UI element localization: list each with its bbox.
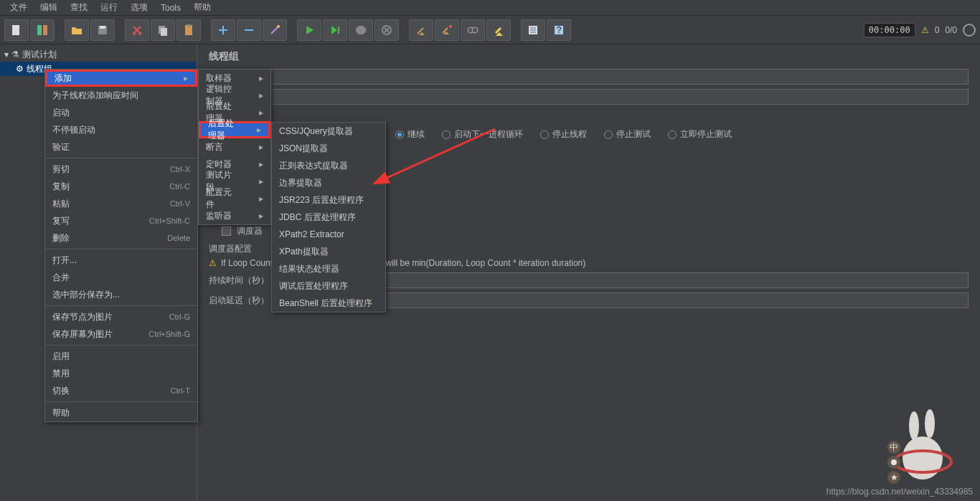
ctx-item[interactable]: 打开... bbox=[45, 252, 197, 269]
broom-all-icon bbox=[440, 24, 453, 37]
question-icon: ? bbox=[552, 24, 565, 37]
file-icon bbox=[10, 24, 23, 37]
submenu2-item[interactable]: JDBC 后置处理程序 bbox=[272, 209, 385, 226]
submenu2-item[interactable]: 正则表达式提取器 bbox=[272, 157, 385, 174]
tree-root[interactable]: ▾ ⚗ 测试计划 bbox=[0, 47, 197, 62]
menu-run[interactable]: 运行 bbox=[95, 0, 123, 15]
ctx-item[interactable]: 剪切Ctrl-X bbox=[45, 161, 197, 178]
radio-stop-test[interactable]: 停止测试 bbox=[604, 128, 651, 140]
start-no-pause-button[interactable] bbox=[323, 19, 347, 41]
ctx-item[interactable]: 启用 bbox=[45, 348, 197, 365]
play-icon bbox=[303, 24, 316, 37]
templates-button[interactable] bbox=[30, 19, 55, 41]
chevron-down-icon: ▾ bbox=[4, 49, 9, 59]
submenu2-item[interactable]: 结果状态处理器 bbox=[272, 260, 385, 277]
clear-all-button[interactable] bbox=[435, 19, 459, 41]
svg-point-24 bbox=[925, 409, 935, 438]
ctx-item[interactable]: 粘贴Ctrl-V bbox=[45, 195, 197, 212]
scheduler-checkbox[interactable] bbox=[222, 226, 231, 236]
svg-rect-8 bbox=[161, 28, 167, 36]
ctx-item[interactable]: 帮助 bbox=[45, 404, 197, 421]
paste-button[interactable] bbox=[176, 19, 201, 41]
radio-stop-thread[interactable]: 停止线程 bbox=[540, 128, 587, 140]
radio-stop-now[interactable]: 立即停止测试 bbox=[668, 128, 732, 140]
search-button[interactable] bbox=[461, 19, 485, 41]
copy-icon bbox=[156, 24, 169, 37]
globe-icon bbox=[963, 24, 976, 37]
menu-tools[interactable]: Tools bbox=[155, 1, 187, 14]
submenu2-item[interactable]: JSON提取器 bbox=[272, 140, 385, 157]
ctx-item[interactable]: 保存屏幕为图片Ctrl+Shift-G bbox=[45, 325, 197, 343]
minus-icon bbox=[242, 24, 255, 37]
submenu2-item[interactable]: 边界提取器 bbox=[272, 174, 385, 191]
toggle-button[interactable] bbox=[263, 19, 287, 41]
submenu-add: 取样器▸逻辑控制器▸前置处理器▸后置处理器▸断言▸定时器▸测试片段▸配置元件▸监… bbox=[198, 69, 271, 225]
warning-icon: ⚠ bbox=[209, 258, 217, 268]
ctx-item[interactable]: 添加▸ bbox=[45, 70, 197, 87]
ctx-item[interactable]: 切换Ctrl-T bbox=[45, 382, 197, 399]
collapse-button[interactable] bbox=[237, 19, 261, 41]
submenu-item[interactable]: 后置处理器▸ bbox=[199, 121, 270, 138]
cut-button[interactable] bbox=[125, 19, 149, 41]
save-icon bbox=[96, 24, 109, 37]
submenu2-item[interactable]: BeanShell 后置处理程序 bbox=[272, 295, 385, 312]
menu-file[interactable]: 文件 bbox=[4, 0, 33, 15]
duration-label: 持续时间（秒） bbox=[209, 275, 269, 287]
submenu2-item[interactable]: XPath2 Extractor bbox=[272, 226, 385, 243]
radio-next-loop[interactable]: 启动下一进程循环 bbox=[442, 128, 523, 140]
svg-text:中: 中 bbox=[890, 442, 898, 452]
ctx-item[interactable]: 为子线程添加响应时间 bbox=[45, 87, 197, 104]
ctx-item[interactable]: 禁用 bbox=[45, 365, 197, 382]
watermark: https://blog.csdn.net/weixin_43334985 bbox=[826, 487, 973, 497]
clear-button[interactable] bbox=[409, 19, 433, 41]
ctx-item[interactable]: 删除Delete bbox=[45, 229, 197, 247]
plus-icon bbox=[217, 24, 230, 37]
ctx-item[interactable]: 复制Ctrl-C bbox=[45, 178, 197, 195]
menu-edit[interactable]: 编辑 bbox=[34, 0, 63, 15]
submenu2-item[interactable]: 调试后置处理程序 bbox=[272, 277, 385, 295]
folder-icon bbox=[70, 24, 83, 37]
submenu2-item[interactable]: JSR223 后置处理程序 bbox=[272, 191, 385, 209]
ctx-item[interactable]: 不停顿启动 bbox=[45, 121, 197, 138]
scissors-icon bbox=[131, 24, 143, 37]
svg-rect-0 bbox=[12, 25, 19, 35]
submenu2-item[interactable]: XPath提取器 bbox=[272, 243, 385, 260]
copy-button[interactable] bbox=[151, 19, 175, 41]
start-button[interactable] bbox=[297, 19, 321, 41]
svg-text:★: ★ bbox=[890, 472, 898, 482]
warning-count: 0 bbox=[935, 25, 940, 35]
binoculars-icon bbox=[466, 24, 479, 37]
stop-button[interactable] bbox=[349, 19, 373, 41]
menu-help[interactable]: 帮助 bbox=[188, 0, 217, 15]
svg-point-17 bbox=[472, 27, 478, 33]
reset-search-button[interactable] bbox=[486, 19, 511, 41]
gear-icon: ⚙ bbox=[16, 64, 24, 74]
shutdown-button[interactable] bbox=[374, 19, 399, 41]
menu-find[interactable]: 查找 bbox=[65, 0, 93, 15]
comment-field[interactable] bbox=[268, 89, 969, 105]
new-button[interactable] bbox=[4, 19, 29, 41]
expand-button[interactable] bbox=[211, 19, 235, 41]
submenu-item[interactable]: 配置元件▸ bbox=[199, 190, 270, 207]
ctx-item[interactable]: 合并 bbox=[45, 269, 197, 286]
ctx-item[interactable]: 验证 bbox=[45, 138, 197, 156]
svg-rect-10 bbox=[187, 24, 191, 27]
help-button[interactable]: ? bbox=[547, 19, 571, 41]
svg-rect-9 bbox=[185, 25, 192, 35]
name-field[interactable] bbox=[250, 69, 969, 85]
svg-rect-1 bbox=[37, 25, 42, 35]
ctx-item[interactable]: 启动 bbox=[45, 104, 197, 121]
function-button[interactable] bbox=[521, 19, 545, 41]
ctx-item[interactable]: 选中部分保存为... bbox=[45, 286, 197, 303]
radio-continue[interactable]: 继续 bbox=[395, 128, 425, 140]
svg-rect-12 bbox=[338, 27, 339, 34]
ctx-item[interactable]: 保存节点为图片Ctrl-G bbox=[45, 308, 197, 325]
open-button[interactable] bbox=[65, 19, 89, 41]
menu-options[interactable]: 选项 bbox=[125, 0, 154, 15]
save-button[interactable] bbox=[90, 19, 115, 41]
ctx-item[interactable]: 复写Ctrl+Shift-C bbox=[45, 212, 197, 229]
submenu-postprocessor: CSS/JQuery提取器JSON提取器正则表达式提取器边界提取器JSR223 … bbox=[271, 122, 386, 312]
svg-point-15 bbox=[449, 25, 452, 28]
submenu2-item[interactable]: CSS/JQuery提取器 bbox=[272, 123, 385, 140]
svg-point-23 bbox=[909, 411, 919, 440]
